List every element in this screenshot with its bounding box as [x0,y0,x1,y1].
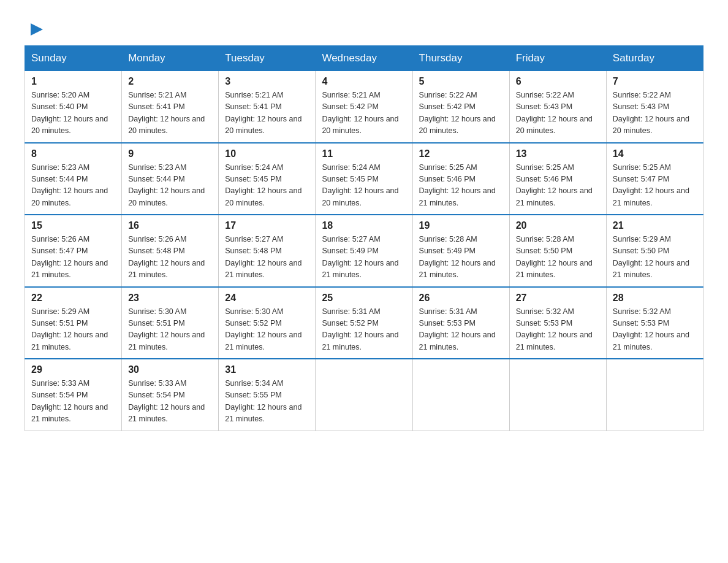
day-number: 21 [613,220,697,231]
day-info: Sunrise: 5:32 AMSunset: 5:53 PMDaylight:… [516,307,593,351]
day-info: Sunrise: 5:22 AMSunset: 5:43 PMDaylight:… [613,91,689,135]
day-number: 29 [31,364,115,375]
day-info: Sunrise: 5:29 AMSunset: 5:51 PMDaylight:… [31,307,108,351]
day-info: Sunrise: 5:28 AMSunset: 5:50 PMDaylight:… [516,235,593,279]
day-number: 7 [613,76,697,87]
day-header-saturday: Saturday [606,46,703,71]
day-info: Sunrise: 5:28 AMSunset: 5:49 PMDaylight:… [419,235,496,279]
calendar-cell [509,359,606,431]
day-info: Sunrise: 5:34 AMSunset: 5:55 PMDaylight:… [225,379,301,423]
day-info: Sunrise: 5:24 AMSunset: 5:45 PMDaylight:… [322,163,398,207]
day-number: 10 [225,148,309,159]
day-info: Sunrise: 5:21 AMSunset: 5:41 PMDaylight:… [128,91,205,135]
calendar-cell: 20 Sunrise: 5:28 AMSunset: 5:50 PMDaylig… [509,215,606,287]
day-header-tuesday: Tuesday [219,46,316,71]
calendar-cell: 3 Sunrise: 5:21 AMSunset: 5:41 PMDayligh… [219,71,316,143]
day-number: 1 [31,76,115,87]
day-info: Sunrise: 5:25 AMSunset: 5:46 PMDaylight:… [516,163,593,207]
day-header-friday: Friday [509,46,606,71]
day-number: 4 [322,76,406,87]
calendar-cell: 28 Sunrise: 5:32 AMSunset: 5:53 PMDaylig… [606,287,703,359]
day-info: Sunrise: 5:26 AMSunset: 5:48 PMDaylight:… [128,235,205,279]
day-info: Sunrise: 5:30 AMSunset: 5:51 PMDaylight:… [128,307,205,351]
calendar-cell: 26 Sunrise: 5:31 AMSunset: 5:53 PMDaylig… [412,287,509,359]
day-info: Sunrise: 5:33 AMSunset: 5:54 PMDaylight:… [31,379,108,423]
calendar-cell: 9 Sunrise: 5:23 AMSunset: 5:44 PMDayligh… [122,143,219,215]
day-info: Sunrise: 5:27 AMSunset: 5:49 PMDaylight:… [322,235,398,279]
calendar-cell: 31 Sunrise: 5:34 AMSunset: 5:55 PMDaylig… [219,359,316,431]
day-info: Sunrise: 5:20 AMSunset: 5:40 PMDaylight:… [31,91,108,135]
day-info: Sunrise: 5:29 AMSunset: 5:50 PMDaylight:… [613,235,689,279]
week-row: 29 Sunrise: 5:33 AMSunset: 5:54 PMDaylig… [25,359,703,431]
day-number: 25 [322,293,406,304]
day-number: 24 [225,293,309,304]
day-number: 20 [516,220,600,231]
calendar-cell: 29 Sunrise: 5:33 AMSunset: 5:54 PMDaylig… [25,359,122,431]
page-header [25,18,703,36]
day-number: 11 [322,148,406,159]
day-number: 26 [419,293,503,304]
day-info: Sunrise: 5:31 AMSunset: 5:53 PMDaylight:… [419,307,496,351]
day-info: Sunrise: 5:30 AMSunset: 5:52 PMDaylight:… [225,307,301,351]
calendar-cell: 22 Sunrise: 5:29 AMSunset: 5:51 PMDaylig… [25,287,122,359]
calendar-cell: 21 Sunrise: 5:29 AMSunset: 5:50 PMDaylig… [606,215,703,287]
calendar-cell: 15 Sunrise: 5:26 AMSunset: 5:47 PMDaylig… [25,215,122,287]
day-header-wednesday: Wednesday [316,46,412,71]
week-row: 1 Sunrise: 5:20 AMSunset: 5:40 PMDayligh… [25,71,703,143]
day-number: 31 [225,364,309,375]
calendar-cell: 7 Sunrise: 5:22 AMSunset: 5:43 PMDayligh… [606,71,703,143]
day-number: 9 [128,148,212,159]
calendar-cell: 30 Sunrise: 5:33 AMSunset: 5:54 PMDaylig… [122,359,219,431]
week-row: 15 Sunrise: 5:26 AMSunset: 5:47 PMDaylig… [25,215,703,287]
calendar-cell: 2 Sunrise: 5:21 AMSunset: 5:41 PMDayligh… [122,71,219,143]
day-info: Sunrise: 5:33 AMSunset: 5:54 PMDaylight:… [128,379,205,423]
calendar-cell: 10 Sunrise: 5:24 AMSunset: 5:45 PMDaylig… [219,143,316,215]
day-number: 2 [128,76,212,87]
calendar-cell: 1 Sunrise: 5:20 AMSunset: 5:40 PMDayligh… [25,71,122,143]
calendar-cell: 18 Sunrise: 5:27 AMSunset: 5:49 PMDaylig… [316,215,412,287]
day-info: Sunrise: 5:31 AMSunset: 5:52 PMDaylight:… [322,307,398,351]
day-number: 27 [516,293,600,304]
day-number: 14 [613,148,697,159]
day-info: Sunrise: 5:27 AMSunset: 5:48 PMDaylight:… [225,235,301,279]
day-number: 13 [516,148,600,159]
calendar-cell [606,359,703,431]
calendar-cell: 24 Sunrise: 5:30 AMSunset: 5:52 PMDaylig… [219,287,316,359]
day-number: 12 [419,148,503,159]
day-header-thursday: Thursday [412,46,509,71]
logo [25,18,49,36]
day-number: 16 [128,220,212,231]
day-number: 28 [613,293,697,304]
logo-icon [26,18,48,40]
calendar-cell: 19 Sunrise: 5:28 AMSunset: 5:49 PMDaylig… [412,215,509,287]
calendar-cell: 11 Sunrise: 5:24 AMSunset: 5:45 PMDaylig… [316,143,412,215]
calendar-cell: 13 Sunrise: 5:25 AMSunset: 5:46 PMDaylig… [509,143,606,215]
calendar-cell: 23 Sunrise: 5:30 AMSunset: 5:51 PMDaylig… [122,287,219,359]
day-info: Sunrise: 5:25 AMSunset: 5:47 PMDaylight:… [613,163,689,207]
day-info: Sunrise: 5:22 AMSunset: 5:43 PMDaylight:… [516,91,593,135]
week-row: 22 Sunrise: 5:29 AMSunset: 5:51 PMDaylig… [25,287,703,359]
day-info: Sunrise: 5:23 AMSunset: 5:44 PMDaylight:… [128,163,205,207]
calendar-cell: 14 Sunrise: 5:25 AMSunset: 5:47 PMDaylig… [606,143,703,215]
day-header-monday: Monday [122,46,219,71]
svg-marker-0 [31,23,43,36]
day-info: Sunrise: 5:22 AMSunset: 5:42 PMDaylight:… [419,91,496,135]
calendar-cell: 4 Sunrise: 5:21 AMSunset: 5:42 PMDayligh… [316,71,412,143]
calendar-cell [316,359,412,431]
day-number: 3 [225,76,309,87]
day-number: 22 [31,293,115,304]
day-number: 23 [128,293,212,304]
calendar-cell: 8 Sunrise: 5:23 AMSunset: 5:44 PMDayligh… [25,143,122,215]
day-number: 15 [31,220,115,231]
day-info: Sunrise: 5:23 AMSunset: 5:44 PMDaylight:… [31,163,108,207]
day-number: 17 [225,220,309,231]
day-header-sunday: Sunday [25,46,122,71]
day-info: Sunrise: 5:21 AMSunset: 5:41 PMDaylight:… [225,91,301,135]
day-info: Sunrise: 5:26 AMSunset: 5:47 PMDaylight:… [31,235,108,279]
calendar-cell: 27 Sunrise: 5:32 AMSunset: 5:53 PMDaylig… [509,287,606,359]
calendar-cell: 12 Sunrise: 5:25 AMSunset: 5:46 PMDaylig… [412,143,509,215]
day-number: 30 [128,364,212,375]
calendar-cell: 17 Sunrise: 5:27 AMSunset: 5:48 PMDaylig… [219,215,316,287]
day-number: 5 [419,76,503,87]
calendar-cell: 5 Sunrise: 5:22 AMSunset: 5:42 PMDayligh… [412,71,509,143]
